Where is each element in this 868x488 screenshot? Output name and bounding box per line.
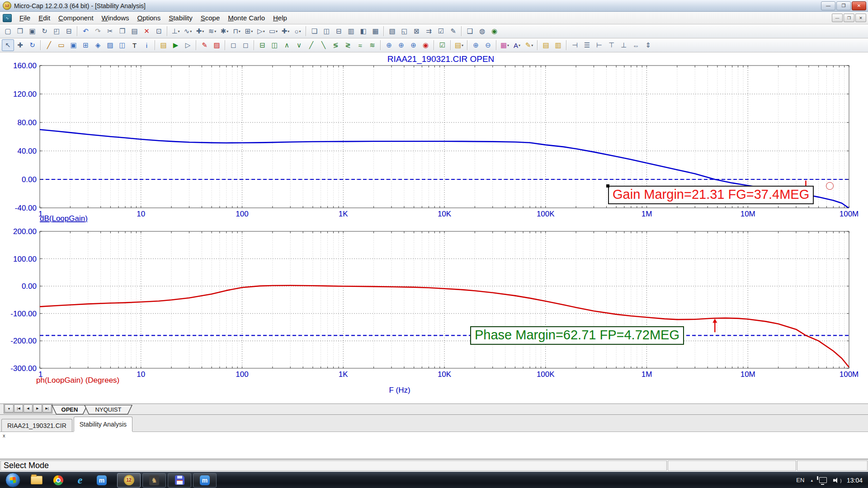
peak-marker-icon[interactable]: ∧ xyxy=(281,39,293,51)
copy-icon[interactable]: ❐ xyxy=(116,25,128,37)
network-icon[interactable] xyxy=(819,477,827,483)
menu-scope[interactable]: Scope xyxy=(197,13,224,23)
mdi-restore-button[interactable]: ❐ xyxy=(844,14,854,22)
distribute-h-icon[interactable]: ⇔ xyxy=(630,39,642,51)
refresh-icon[interactable]: ↻ xyxy=(26,39,38,51)
phase-series-label[interactable]: ph(LoopGain) (Degrees) xyxy=(36,376,119,385)
file-tab-stability-analysis[interactable]: Stability Analysis xyxy=(74,417,132,432)
last-page-button[interactable]: ▶| xyxy=(42,404,52,413)
point-tag-icon[interactable]: ▤ xyxy=(157,39,170,51)
menu-windows[interactable]: Windows xyxy=(98,13,133,23)
pages-icon[interactable]: ▤▾ xyxy=(453,39,465,51)
voltage-source-component-icon[interactable]: ✚▾ xyxy=(194,25,206,37)
align-bottom-icon[interactable]: ⊥ xyxy=(618,39,630,51)
horizontal-cursor-icon[interactable]: ⊟ xyxy=(256,39,269,51)
gain-series-label[interactable]: dB(LoopGain) xyxy=(40,214,88,223)
minimize-button[interactable]: — xyxy=(821,1,835,10)
sheet-1-icon[interactable]: ▤ xyxy=(540,39,552,51)
tile-vertical-icon[interactable]: ◫ xyxy=(321,25,333,37)
ground-component-icon[interactable]: ⊥▾ xyxy=(170,25,182,37)
start-button[interactable] xyxy=(5,473,20,488)
prev-page-button[interactable]: ◀ xyxy=(24,404,33,413)
edit-tool-icon[interactable]: ✎ xyxy=(447,25,459,37)
valley-marker-icon[interactable]: ∨ xyxy=(293,39,305,51)
high-marker-icon[interactable]: ≶ xyxy=(330,39,342,51)
color-palette-icon[interactable]: ▦▾ xyxy=(499,39,511,51)
align-center-icon[interactable]: ☰ xyxy=(581,39,593,51)
file-tab-riaa21-190321-cir[interactable]: RIAA21_190321.CIR xyxy=(1,419,72,432)
mdi-close-button[interactable]: ✕ xyxy=(855,14,866,22)
speaker-icon[interactable] xyxy=(833,477,840,483)
menu-monte-carlo[interactable]: Monte Carlo xyxy=(224,13,269,23)
document-icon[interactable]: ∿ xyxy=(3,14,12,22)
menu-edit[interactable]: Edit xyxy=(34,13,54,23)
zoom-in-icon[interactable]: ⊕ xyxy=(470,39,482,51)
scale-tool-icon[interactable]: ◫ xyxy=(116,39,128,51)
next-page-button[interactable]: ▶ xyxy=(33,404,42,413)
taskbar-chrome-icon[interactable] xyxy=(49,473,67,488)
mdi-minimize-button[interactable]: — xyxy=(832,14,843,22)
align-left-icon[interactable]: ⊣ xyxy=(569,39,581,51)
page-tab-nyquist[interactable]: NYQUIST xyxy=(84,405,132,414)
taskbar-explorer-icon[interactable] xyxy=(28,473,46,488)
font-icon[interactable]: A▾ xyxy=(511,39,523,51)
phase-margin-label[interactable]: Phase Margin=62.71 FP=4.72MEG xyxy=(470,326,684,345)
cut-icon[interactable]: ✂ xyxy=(104,25,116,37)
revert-icon[interactable]: ↻ xyxy=(38,25,51,37)
waveform-check-icon[interactable]: ☑ xyxy=(436,39,448,51)
menu-stability[interactable]: Stability xyxy=(165,13,197,23)
wire-mode-icon[interactable]: ╱ xyxy=(43,39,55,51)
open-icon[interactable]: ❒ xyxy=(14,25,26,37)
web-help-icon[interactable]: ◉ xyxy=(488,25,500,37)
tray-expand-icon[interactable]: ▴ xyxy=(811,478,813,483)
slope-up-marker-icon[interactable]: ╱ xyxy=(305,39,317,51)
ic-component-icon[interactable]: ▭▾ xyxy=(267,25,279,37)
ruler-tool-icon[interactable]: ◻ xyxy=(227,39,240,51)
text-pane-close-icon[interactable]: x xyxy=(3,433,5,438)
picture-tool-icon[interactable]: ▨ xyxy=(104,39,116,51)
clock[interactable]: 13:04 xyxy=(847,477,863,484)
align-right-icon[interactable]: ⊢ xyxy=(593,39,605,51)
taskbar-media-app-button[interactable]: ♞ xyxy=(142,473,166,488)
tile-horizontal-icon[interactable]: ⊟ xyxy=(333,25,345,37)
watch-window-icon[interactable]: ☑ xyxy=(435,25,447,37)
taskbar-maxthon-icon[interactable]: m xyxy=(93,473,111,488)
cascade-windows-icon[interactable]: ❏ xyxy=(308,25,321,37)
menu-help[interactable]: Help xyxy=(269,13,291,23)
restore-button[interactable]: ❐ xyxy=(836,1,851,10)
tolerance-tool-icon[interactable]: ◻ xyxy=(240,39,252,51)
spectrum-icon[interactable]: ◉ xyxy=(420,39,432,51)
analysis-window-icon[interactable]: ◱ xyxy=(398,25,410,37)
vertical-cursor-icon[interactable]: ◫ xyxy=(269,39,281,51)
split-window-icon[interactable]: ◧ xyxy=(357,25,369,37)
menu-file[interactable]: File xyxy=(15,13,34,23)
help-topics-icon[interactable]: ❑ xyxy=(464,25,476,37)
low-marker-icon[interactable]: ≷ xyxy=(342,39,354,51)
selection-handle-square[interactable] xyxy=(606,184,609,188)
align-top-icon[interactable]: ⊤ xyxy=(605,39,618,51)
page-tab-open[interactable]: OPEN xyxy=(52,405,88,414)
taskbar-save-app-button[interactable] xyxy=(168,473,191,488)
zoom-x-icon[interactable]: ⊕ xyxy=(383,39,395,51)
info-mode-icon[interactable]: i xyxy=(141,39,153,51)
pin-component-icon[interactable]: ○▾ xyxy=(292,25,304,37)
taskbar-internet-explorer-icon[interactable]: e xyxy=(71,473,89,488)
noise-source-component-icon[interactable]: ≋▾ xyxy=(206,25,218,37)
first-page-button[interactable]: |◀ xyxy=(14,404,23,413)
sine-source-component-icon[interactable]: ∿▾ xyxy=(182,25,194,37)
probe-tool-icon[interactable]: ✎ xyxy=(198,39,211,51)
step-icon[interactable]: ▷ xyxy=(182,39,194,51)
buffer-component-icon[interactable]: ▷▾ xyxy=(255,25,267,37)
select-box-icon[interactable]: ⊡ xyxy=(153,25,165,37)
optimizer-icon[interactable]: ⊠ xyxy=(410,25,423,37)
analysis-limits-icon[interactable]: ▧ xyxy=(386,25,398,37)
line-mode-icon[interactable]: ▭ xyxy=(55,39,67,51)
flag-tool-icon[interactable]: ◈ xyxy=(92,39,104,51)
language-indicator[interactable]: EN xyxy=(796,477,804,483)
print-preview-icon[interactable]: ◰ xyxy=(51,25,63,37)
stepping-icon[interactable]: ⇉ xyxy=(423,25,435,37)
zoom-fx-icon[interactable]: ⊕ xyxy=(407,39,420,51)
undo-icon[interactable]: ↶ xyxy=(80,25,92,37)
menu-options[interactable]: Options xyxy=(133,13,165,23)
help-contents-icon[interactable]: ◍ xyxy=(476,25,488,37)
